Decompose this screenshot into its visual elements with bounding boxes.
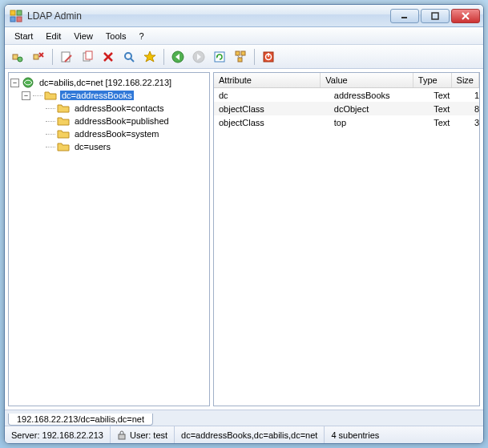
folder-icon [44, 89, 57, 102]
toolbar [5, 45, 483, 69]
menu-start[interactable]: Start [8, 30, 39, 42]
attributes-pane: Attribute Value Type Size dc addressBook… [213, 72, 480, 406]
col-value[interactable]: Value [321, 73, 413, 87]
status-server-label: Server: 192.168.22.213 [11, 430, 103, 440]
maximize-button[interactable] [421, 9, 450, 23]
folder-icon [57, 115, 70, 127]
tree-node[interactable]: addressBook=system [10, 127, 208, 140]
folder-icon [57, 102, 70, 115]
col-size[interactable]: Size [452, 73, 479, 87]
edit-entry-button[interactable] [57, 47, 76, 67]
col-type[interactable]: Type [413, 73, 452, 87]
attribute-row[interactable]: dc addressBooks Text 12 [214, 88, 479, 102]
tree-node-label: addressBook=system [73, 129, 160, 139]
tree-node-label: addressBook=published [73, 116, 171, 126]
menu-edit[interactable]: Edit [39, 30, 67, 42]
forward-button[interactable] [189, 47, 208, 67]
svg-rect-28 [236, 51, 240, 55]
status-server: Server: 192.168.22.213 [5, 426, 111, 443]
tree-node-label: addressBook=contacts [73, 103, 166, 113]
tree-node[interactable]: addressBook=published [10, 115, 208, 127]
search-button[interactable] [119, 47, 139, 67]
col-attribute[interactable]: Attribute [214, 73, 321, 87]
attr-name: objectClass [214, 104, 329, 114]
collapse-icon[interactable]: − [10, 79, 19, 87]
svg-rect-37 [119, 434, 125, 439]
svg-rect-29 [241, 51, 245, 55]
tree-node[interactable]: dc=users [10, 140, 208, 153]
tree-connector [33, 95, 42, 96]
modify-button[interactable] [140, 47, 159, 67]
tree-connector [46, 134, 55, 135]
connect-button[interactable] [8, 47, 27, 67]
menu-tools[interactable]: Tools [99, 30, 133, 42]
svg-rect-16 [86, 51, 92, 59]
tree-connector [46, 108, 55, 109]
folder-icon [57, 127, 70, 140]
status-count-label: 4 subentries [331, 430, 379, 440]
connection-tab[interactable]: 192.168.22.213/dc=abilis,dc=net [8, 414, 153, 426]
tree-node-label: dc=users [73, 142, 112, 151]
svg-rect-3 [17, 17, 22, 22]
refresh-button[interactable] [210, 47, 229, 67]
svg-rect-10 [34, 54, 38, 59]
tree-node-selected[interactable]: − dc=addressBooks [10, 89, 208, 102]
ldap-tree: − dc=abilis,dc=net [192.168.22.213] − dc… [9, 73, 209, 156]
svg-rect-30 [238, 58, 242, 62]
tree-connector [46, 147, 55, 147]
tree-node[interactable]: addressBook=contacts [10, 102, 208, 115]
close-button[interactable] [451, 9, 480, 23]
toolbar-separator [163, 49, 164, 65]
svg-marker-21 [144, 51, 155, 62]
minimize-button[interactable] [390, 9, 419, 23]
attr-size: 3 [470, 118, 479, 127]
statusbar: Server: 192.168.22.213 User: test dc=add… [5, 426, 483, 443]
attributes-body: dc addressBooks Text 12 objectClass dcOb… [214, 88, 479, 406]
server-icon [22, 76, 34, 89]
tree-pane: − dc=abilis,dc=net [192.168.22.213] − dc… [8, 72, 210, 406]
tabstrip: 192.168.22.213/dc=abilis,dc=net [5, 410, 483, 426]
schema-button[interactable] [231, 47, 250, 67]
tree-selected-label: dc=addressBooks [60, 91, 134, 100]
menubar: Start Edit View Tools ? [5, 27, 483, 45]
attribute-row[interactable]: objectClass dcObject Text 8 [214, 102, 479, 115]
attr-name: objectClass [214, 118, 329, 127]
disconnect-button[interactable] [29, 47, 48, 67]
attr-size: 12 [470, 91, 479, 100]
menu-view[interactable]: View [67, 30, 99, 42]
collapse-icon[interactable]: − [22, 91, 30, 100]
status-user: User: test [111, 426, 175, 443]
back-button[interactable] [168, 47, 188, 67]
attr-type: Text [429, 91, 470, 100]
menu-help[interactable]: ? [133, 30, 151, 42]
attr-name: dc [214, 91, 329, 100]
exit-button[interactable] [259, 47, 278, 67]
svg-rect-8 [13, 54, 18, 59]
svg-point-19 [125, 53, 131, 59]
status-dn-label: dc=addressBooks,dc=abilis,dc=net [181, 430, 317, 440]
svg-rect-1 [17, 10, 22, 15]
status-user-label: User: test [130, 430, 167, 440]
svg-rect-0 [10, 10, 15, 15]
app-icon [10, 10, 22, 22]
attribute-row[interactable]: objectClass top Text 3 [214, 115, 479, 129]
svg-rect-2 [10, 17, 15, 22]
window-title: LDAP Admin [27, 10, 389, 22]
delete-entry-button[interactable] [99, 47, 118, 67]
toolbar-separator [52, 49, 53, 65]
attr-value: dcObject [329, 104, 429, 114]
copy-entry-button[interactable] [78, 47, 97, 67]
svg-rect-26 [215, 52, 224, 62]
svg-point-36 [23, 78, 33, 87]
status-dn: dc=addressBooks,dc=abilis,dc=net [175, 426, 325, 443]
attr-size: 8 [470, 104, 479, 114]
tree-connector [46, 121, 55, 122]
toolbar-separator [254, 49, 255, 65]
lock-icon [117, 430, 127, 440]
content-area: − dc=abilis,dc=net [192.168.22.213] − dc… [8, 72, 480, 406]
attr-value: addressBooks [329, 91, 429, 100]
tree-root-label: dc=abilis,dc=net [192.168.22.213] [38, 78, 173, 87]
app-window: LDAP Admin Start Edit View Tools ? [4, 4, 484, 444]
tree-root[interactable]: − dc=abilis,dc=net [192.168.22.213] [10, 76, 208, 89]
attr-value: top [329, 118, 429, 127]
